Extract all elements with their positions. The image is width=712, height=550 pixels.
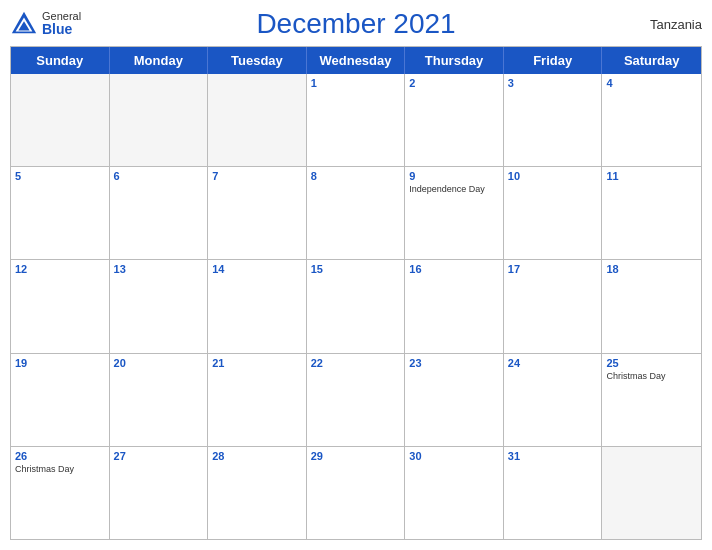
header-monday: Monday — [110, 47, 209, 74]
calendar-wrapper: General Blue December 2021 Tanzania Sund… — [0, 0, 712, 550]
table-row: 7 — [208, 167, 307, 259]
table-row: 23 — [405, 354, 504, 446]
day-number: 8 — [311, 170, 401, 182]
table-row: 22 — [307, 354, 406, 446]
table-row: 25Christmas Day — [602, 354, 701, 446]
table-row: 3 — [504, 74, 603, 166]
table-row: 17 — [504, 260, 603, 352]
table-row: 13 — [110, 260, 209, 352]
table-row: 16 — [405, 260, 504, 352]
day-number: 23 — [409, 357, 499, 369]
day-number: 19 — [15, 357, 105, 369]
day-number: 30 — [409, 450, 499, 462]
table-row: 14 — [208, 260, 307, 352]
table-row: 6 — [110, 167, 209, 259]
header-saturday: Saturday — [602, 47, 701, 74]
header-wednesday: Wednesday — [307, 47, 406, 74]
day-number: 1 — [311, 77, 401, 89]
day-number: 22 — [311, 357, 401, 369]
table-row: 8 — [307, 167, 406, 259]
day-number: 2 — [409, 77, 499, 89]
header-thursday: Thursday — [405, 47, 504, 74]
table-row: 29 — [307, 447, 406, 539]
logo-text: General Blue — [42, 10, 81, 37]
event-label: Christmas Day — [15, 464, 105, 474]
table-row: 30 — [405, 447, 504, 539]
table-row: 12 — [11, 260, 110, 352]
day-number: 21 — [212, 357, 302, 369]
table-row: 20 — [110, 354, 209, 446]
table-row: 31 — [504, 447, 603, 539]
day-number: 15 — [311, 263, 401, 275]
table-row: 21 — [208, 354, 307, 446]
table-row: 11 — [602, 167, 701, 259]
table-row: 18 — [602, 260, 701, 352]
day-number: 9 — [409, 170, 499, 182]
table-row: 9Independence Day — [405, 167, 504, 259]
table-row: 27 — [110, 447, 209, 539]
day-number: 13 — [114, 263, 204, 275]
day-number: 7 — [212, 170, 302, 182]
logo-blue-text: Blue — [42, 22, 81, 37]
header-tuesday: Tuesday — [208, 47, 307, 74]
day-number: 16 — [409, 263, 499, 275]
table-row: 4 — [602, 74, 701, 166]
header-friday: Friday — [504, 47, 603, 74]
table-row: 28 — [208, 447, 307, 539]
table-row: 5 — [11, 167, 110, 259]
week-row-3: 12131415161718 — [11, 260, 701, 353]
day-number: 10 — [508, 170, 598, 182]
day-number: 14 — [212, 263, 302, 275]
day-number: 27 — [114, 450, 204, 462]
day-number: 31 — [508, 450, 598, 462]
header-sunday: Sunday — [11, 47, 110, 74]
day-number: 3 — [508, 77, 598, 89]
day-number: 4 — [606, 77, 697, 89]
calendar-header: General Blue December 2021 Tanzania — [10, 8, 702, 40]
day-number: 24 — [508, 357, 598, 369]
day-number: 12 — [15, 263, 105, 275]
week-row-5: 26Christmas Day2728293031 — [11, 447, 701, 539]
table-row — [11, 74, 110, 166]
day-number: 17 — [508, 263, 598, 275]
table-row: 10 — [504, 167, 603, 259]
day-number: 29 — [311, 450, 401, 462]
day-number: 18 — [606, 263, 697, 275]
country-label: Tanzania — [650, 17, 702, 32]
logo-icon — [10, 10, 38, 38]
week-row-4: 19202122232425Christmas Day — [11, 354, 701, 447]
table-row — [110, 74, 209, 166]
day-number: 6 — [114, 170, 204, 182]
day-number: 11 — [606, 170, 697, 182]
table-row: 19 — [11, 354, 110, 446]
table-row: 2 — [405, 74, 504, 166]
calendar-title: December 2021 — [256, 8, 455, 40]
table-row: 15 — [307, 260, 406, 352]
table-row — [602, 447, 701, 539]
day-number: 28 — [212, 450, 302, 462]
week-row-2: 56789Independence Day1011 — [11, 167, 701, 260]
day-number: 5 — [15, 170, 105, 182]
logo: General Blue — [10, 10, 81, 38]
calendar-grid: Sunday Monday Tuesday Wednesday Thursday… — [10, 46, 702, 540]
day-headers-row: Sunday Monday Tuesday Wednesday Thursday… — [11, 47, 701, 74]
day-number: 20 — [114, 357, 204, 369]
calendar-body: 123456789Independence Day101112131415161… — [11, 74, 701, 539]
table-row: 1 — [307, 74, 406, 166]
week-row-1: 1234 — [11, 74, 701, 167]
day-number: 25 — [606, 357, 697, 369]
day-number: 26 — [15, 450, 105, 462]
table-row: 24 — [504, 354, 603, 446]
event-label: Christmas Day — [606, 371, 697, 381]
table-row — [208, 74, 307, 166]
table-row: 26Christmas Day — [11, 447, 110, 539]
event-label: Independence Day — [409, 184, 499, 194]
